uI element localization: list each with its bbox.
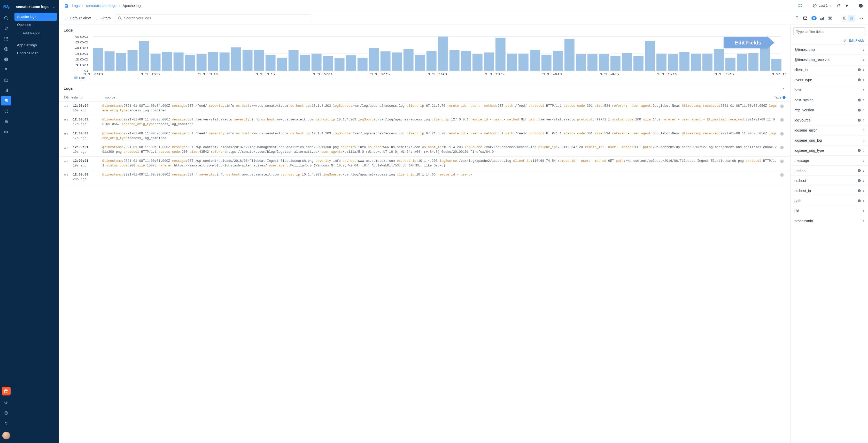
help-circle-icon[interactable]: ? — [858, 3, 863, 8]
calendar-icon[interactable] — [1, 76, 11, 85]
app-logo[interactable] — [2, 2, 10, 10]
sort-icon[interactable]: ⇅ — [66, 132, 68, 136]
search-icon[interactable] — [1, 13, 11, 23]
globe-icon[interactable] — [1, 45, 11, 54]
row-info-icon[interactable] — [778, 131, 786, 141]
nav-app-settings[interactable]: App Settings — [14, 41, 57, 49]
info-icon[interactable] — [858, 179, 861, 182]
info-icon[interactable] — [858, 149, 861, 152]
field-row[interactable]: @timestamp_received › — [791, 55, 868, 65]
field-row[interactable]: logsene_orig_log › — [791, 135, 868, 145]
row-info-icon[interactable] — [778, 172, 786, 182]
fullscreen-icon[interactable] — [1, 107, 11, 116]
log-row[interactable]: ≡⇅12:00:0317s ago@timestamp:2021-01-08T1… — [59, 115, 790, 129]
row-handles[interactable]: ≡⇅ — [60, 159, 72, 168]
log-row[interactable]: ≡⇅12:00:0416s ago@timestamp:2021-01-08T1… — [59, 101, 790, 115]
nav-add-report[interactable]: ＋Add Report — [14, 29, 57, 37]
info-icon[interactable] — [858, 68, 861, 71]
megaphone-icon[interactable] — [1, 398, 11, 407]
field-row[interactable]: logSource › — [791, 115, 868, 125]
user-avatar[interactable] — [2, 432, 10, 439]
search-input-wrap[interactable] — [115, 14, 311, 22]
settings-icon[interactable] — [1, 419, 11, 428]
row-info-icon[interactable] — [778, 117, 786, 127]
filters-button[interactable]: Filters — [95, 16, 111, 20]
time-range-selector[interactable]: Last 1 hr — [811, 3, 833, 9]
menu-icon[interactable]: ≡ — [64, 146, 66, 150]
sort-icon[interactable]: ⇅ — [66, 105, 68, 109]
field-row[interactable]: os.host › — [791, 176, 868, 185]
field-row[interactable]: http_version › — [791, 105, 868, 115]
info-icon[interactable] — [858, 169, 861, 172]
field-row[interactable]: logsene_orig_type › — [791, 145, 868, 155]
logs-icon[interactable] — [1, 96, 11, 106]
info-icon[interactable] — [858, 98, 861, 102]
nav-upgrade-plan[interactable]: Upgrade Plan — [14, 49, 57, 57]
col-timestamp[interactable]: @timestamp — [59, 93, 100, 101]
menu-icon[interactable]: ≡ — [64, 132, 66, 137]
row-handles[interactable]: ≡⇅ — [60, 104, 72, 113]
nav-item-apache-logs[interactable]: Apache logs — [14, 13, 57, 21]
menu-icon[interactable]: ≡ — [64, 173, 66, 178]
info-icon[interactable] — [858, 78, 861, 82]
layout-list-icon[interactable] — [848, 15, 855, 21]
field-row[interactable]: host_syslog › — [791, 95, 868, 105]
more-icon[interactable]: ⋯ — [858, 16, 863, 21]
gift-icon[interactable] — [2, 387, 10, 395]
row-handles[interactable]: ≡⇅ — [60, 172, 72, 182]
field-row[interactable]: client_ip › — [791, 65, 868, 75]
sort-icon[interactable]: ⇅ — [66, 118, 68, 122]
layout-columns-icon[interactable] — [841, 15, 848, 21]
refresh-icon[interactable] — [836, 3, 841, 8]
edit-fields-link[interactable]: Edit Fields — [791, 38, 868, 45]
breadcrumb-root[interactable]: Logs — [72, 4, 80, 8]
apps-grid-icon[interactable] — [1, 34, 11, 43]
breadcrumb-mid[interactable]: sematext.com logs — [86, 4, 116, 8]
log-row[interactable]: ≡⇅12:00:0119s ago@timestamp:2021-01-08T1… — [59, 143, 790, 157]
row-handles[interactable]: ≡⇅ — [60, 131, 72, 141]
rocket-icon[interactable] — [1, 24, 11, 33]
help-icon[interactable] — [1, 408, 11, 418]
sort-icon[interactable]: ⇅ — [66, 159, 68, 164]
play-icon[interactable] — [844, 3, 850, 8]
info-icon[interactable] — [858, 118, 861, 122]
alert-circle-icon[interactable] — [1, 55, 11, 64]
field-row[interactable]: logsene_error › — [791, 125, 868, 135]
field-row[interactable]: processInfo › — [791, 216, 868, 226]
field-row[interactable]: pid › — [791, 206, 868, 216]
row-handles[interactable]: ≡⇅ — [60, 145, 72, 154]
workspace-selector[interactable]: sematext.com logs ⌄ — [12, 2, 59, 13]
inbox-icon[interactable] — [819, 16, 824, 21]
field-row[interactable]: os.host_ip › — [791, 185, 868, 196]
log-row[interactable]: ≡⇅12:00:0317s ago@timestamp:2021-01-08T1… — [59, 129, 790, 143]
game-controller-icon[interactable] — [1, 127, 11, 137]
menu-icon[interactable]: ≡ — [64, 159, 66, 164]
field-row[interactable]: host › — [791, 85, 868, 95]
default-view-button[interactable]: Default View — [64, 16, 91, 20]
info-icon[interactable] — [858, 199, 861, 203]
row-info-icon[interactable] — [778, 145, 786, 154]
col-source[interactable]: _source — [100, 93, 772, 101]
row-info-icon[interactable] — [778, 159, 786, 168]
robot-icon[interactable] — [1, 117, 11, 126]
bar-chart-icon[interactable] — [1, 86, 11, 95]
expand-icon[interactable] — [828, 16, 833, 21]
field-row[interactable]: message › — [791, 155, 868, 166]
field-row[interactable]: method › — [791, 166, 868, 176]
log-row[interactable]: ≡⇅12:00:0119s ago@timestamp:2021-01-08T1… — [59, 157, 790, 170]
bell-icon[interactable] — [795, 16, 800, 21]
col-tags[interactable]: Tags — [772, 93, 790, 101]
row-info-icon[interactable] — [778, 104, 786, 113]
info-icon[interactable] — [858, 108, 861, 112]
menu-icon[interactable]: ≡ — [64, 105, 66, 109]
row-handles[interactable]: ≡⇅ — [60, 117, 72, 127]
logs-more-icon[interactable]: ⋯ — [781, 85, 786, 91]
field-row[interactable]: @timestamp › — [791, 45, 868, 55]
mail-icon[interactable] — [803, 16, 808, 21]
menu-icon[interactable]: ≡ — [64, 118, 66, 123]
nav-item-opensee[interactable]: Opensee — [14, 21, 57, 29]
shuffle-icon[interactable]: 0 — [811, 16, 816, 21]
search-input[interactable] — [124, 16, 308, 20]
fields-filter-input[interactable] — [793, 27, 865, 36]
info-icon[interactable] — [858, 189, 861, 193]
